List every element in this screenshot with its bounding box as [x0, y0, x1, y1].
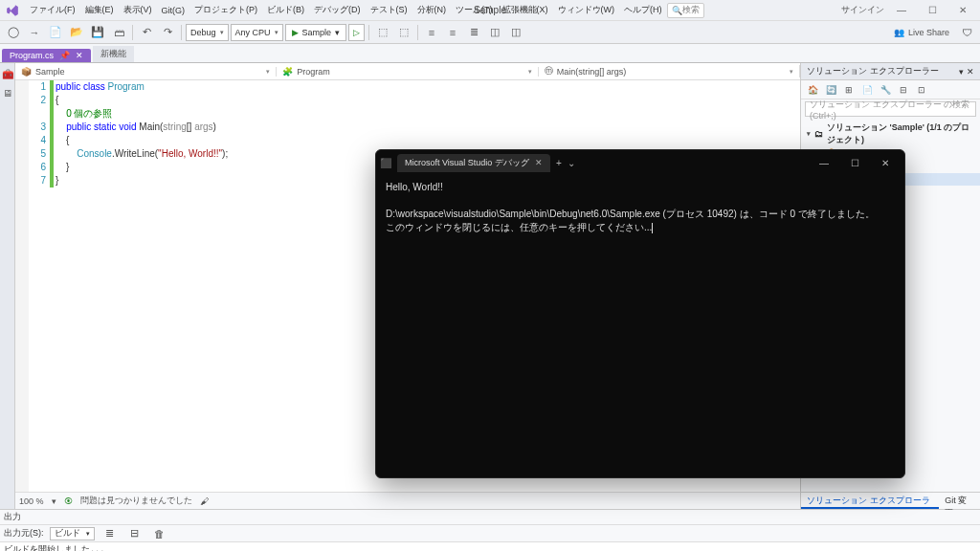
- close-tab-button[interactable]: ✕: [76, 51, 83, 60]
- se-btn4[interactable]: 📄: [859, 82, 875, 98]
- output-source-label: 出力元(S):: [4, 527, 44, 540]
- console-body[interactable]: Hello, World!! D:\workspace\visualstudio…: [376, 175, 904, 477]
- output-clear-button[interactable]: 🗑: [150, 524, 169, 543]
- se-btn3[interactable]: ⊞: [841, 82, 857, 98]
- se-btn6[interactable]: ⊟: [896, 82, 911, 98]
- menu-analyze[interactable]: 分析(N): [412, 4, 452, 16]
- tab-label: Program.cs: [10, 51, 54, 60]
- window-close[interactable]: ✕: [949, 2, 976, 19]
- toolbar-btn-1[interactable]: ⬚: [373, 23, 392, 42]
- platform-combo[interactable]: Any CPU: [231, 24, 283, 41]
- menu-file[interactable]: ファイル(F): [25, 4, 80, 16]
- tree-label: ソリューション 'Sample' (1/1 のプロジェクト): [827, 121, 976, 146]
- console-minimize[interactable]: —: [809, 152, 839, 173]
- run-button-label: Sample: [302, 28, 332, 37]
- navbar-crumbs: 📦 Sample 🧩 Program ⓜ Main(string[] args): [15, 63, 800, 80]
- open-button[interactable]: 📂: [67, 23, 86, 42]
- breakpoint-gutter[interactable]: [15, 80, 29, 492]
- issues-text: 問題は見つかりませんでした: [80, 495, 192, 507]
- live-share-button[interactable]: 👥 Live Share: [894, 28, 949, 37]
- menu-help[interactable]: ヘルプ(H): [619, 4, 667, 16]
- menu-debug[interactable]: デバッグ(D): [309, 4, 366, 16]
- window-title: Sample: [474, 5, 506, 15]
- console-close[interactable]: ✕: [870, 152, 901, 173]
- output-source-combo[interactable]: ビルド: [50, 527, 95, 540]
- solution-search[interactable]: ソリューション エクスプローラー の検索 (Ctrl+;): [805, 101, 976, 117]
- signin-link[interactable]: サインイン: [841, 4, 884, 16]
- nav-fwd-button[interactable]: →: [25, 23, 44, 42]
- tab-program-cs[interactable]: Program.cs 📌 ✕: [2, 49, 91, 62]
- toolbar-btn-4[interactable]: ≡: [443, 23, 462, 42]
- se-sync-button[interactable]: 🔄: [823, 82, 838, 98]
- tab-solution-explorer[interactable]: ソリューション エクスプローラー: [801, 493, 939, 509]
- menu-view[interactable]: 表示(V): [119, 4, 157, 16]
- menu-build[interactable]: ビルド(B): [262, 4, 309, 16]
- menu-search-placeholder: 検索: [682, 4, 700, 16]
- toolbar-btn-2[interactable]: ⬚: [394, 23, 413, 42]
- menu-search[interactable]: 🔍 検索: [667, 3, 704, 18]
- run-button[interactable]: ▶Sample ▾: [285, 24, 347, 41]
- output-text[interactable]: ビルドを開始しました... 1>------ ビルド開始: プロジェクト: Sa…: [0, 542, 980, 551]
- admin-badge-icon: 🛡: [957, 23, 976, 42]
- crumb-label: Sample: [35, 67, 65, 77]
- console-add-tab[interactable]: +: [556, 158, 562, 168]
- main-toolbar: ◯ → 📄 📂 💾 🗃 ↶ ↷ Debug Any CPU ▶Sample ▾ …: [0, 21, 980, 44]
- pin-icon[interactable]: 📌: [59, 51, 70, 60]
- se-btn7[interactable]: ⊡: [914, 82, 929, 98]
- tab-git-changes[interactable]: Git 変更: [939, 493, 980, 509]
- toolbar-btn-5[interactable]: ≣: [464, 23, 483, 42]
- brush-icon[interactable]: 🖌: [200, 496, 209, 506]
- right-panel-tabs: ソリューション エクスプローラー Git 変更: [801, 492, 980, 509]
- window-maximize[interactable]: ☐: [919, 2, 946, 19]
- menu-edit[interactable]: 編集(E): [80, 4, 119, 16]
- console-tab-close[interactable]: ✕: [535, 158, 543, 167]
- run-no-debug-button[interactable]: ▷: [348, 24, 365, 41]
- vs-logo-icon: [6, 4, 19, 17]
- save-all-button[interactable]: 🗃: [109, 23, 128, 42]
- redo-button[interactable]: ↷: [158, 23, 177, 42]
- crumb-label: Program: [297, 67, 330, 77]
- document-tabs: Program.cs 📌 ✕ 新機能: [0, 44, 980, 63]
- server-explorer-button[interactable]: 🖥: [1, 86, 14, 99]
- window-minimize[interactable]: —: [888, 2, 915, 19]
- crumb-label: Main(string[] args): [557, 67, 627, 77]
- save-button[interactable]: 💾: [88, 23, 107, 42]
- console-app-icon: ⬛: [380, 158, 393, 168]
- tab-whatsnew[interactable]: 新機能: [93, 46, 134, 62]
- se-btn5[interactable]: 🔧: [878, 82, 893, 98]
- nav-back-button[interactable]: ◯: [4, 23, 23, 42]
- output-btn1[interactable]: ≣: [100, 524, 120, 543]
- panel-title-text: ソリューション エクスプローラー: [807, 65, 939, 77]
- menu-bar: ファイル(F) 編集(E) 表示(V) Git(G) プロジェクト(P) ビルド…: [0, 0, 980, 21]
- toolbar-btn-6[interactable]: ◫: [485, 23, 504, 42]
- console-text: Hello, World!! D:\workspace\visualstudio…: [386, 182, 875, 232]
- zoom-combo[interactable]: 100 %: [19, 496, 44, 506]
- crumb-project[interactable]: 📦 Sample: [15, 67, 277, 77]
- crumb-class[interactable]: 🧩 Program: [277, 67, 538, 77]
- output-title: 出力: [4, 511, 21, 523]
- console-tab-menu[interactable]: ⌄: [568, 158, 575, 168]
- toolbar-btn-3[interactable]: ≡: [422, 23, 441, 42]
- menu-window[interactable]: ウィンドウ(W): [553, 4, 620, 16]
- menu-git[interactable]: Git(G): [157, 6, 190, 15]
- console-tab-title: Microsoft Visual Studio デバッグ: [405, 157, 529, 169]
- toolbox-button[interactable]: 🧰: [1, 67, 14, 80]
- console-maximize[interactable]: ☐: [839, 152, 870, 173]
- output-panel: 出力 出力元(S): ビルド ≣ ⊟ 🗑 ビルドを開始しました... 1>---…: [0, 509, 980, 551]
- left-toolstrip: 🧰 🖥: [0, 63, 15, 509]
- tree-solution-root[interactable]: ▾🗂 ソリューション 'Sample' (1/1 のプロジェクト): [801, 121, 980, 147]
- toolbar-btn-7[interactable]: ◫: [506, 23, 525, 42]
- crumb-method[interactable]: ⓜ Main(string[] args): [539, 65, 800, 77]
- output-header: 出力: [0, 510, 980, 525]
- menu-test[interactable]: テスト(S): [366, 4, 412, 16]
- console-tab[interactable]: Microsoft Visual Studio デバッグ ✕: [397, 154, 550, 172]
- config-combo[interactable]: Debug: [186, 24, 229, 41]
- console-titlebar[interactable]: ⬛ Microsoft Visual Studio デバッグ ✕ + ⌄ — ☐…: [376, 150, 904, 175]
- se-home-button[interactable]: 🏠: [805, 82, 820, 98]
- live-share-label: Live Share: [908, 28, 949, 37]
- undo-button[interactable]: ↶: [137, 23, 156, 42]
- debug-console-window: ⬛ Microsoft Visual Studio デバッグ ✕ + ⌄ — ☐…: [375, 149, 905, 478]
- new-file-button[interactable]: 📄: [46, 23, 65, 42]
- output-btn2[interactable]: ⊟: [125, 524, 145, 543]
- menu-project[interactable]: プロジェクト(P): [189, 4, 262, 16]
